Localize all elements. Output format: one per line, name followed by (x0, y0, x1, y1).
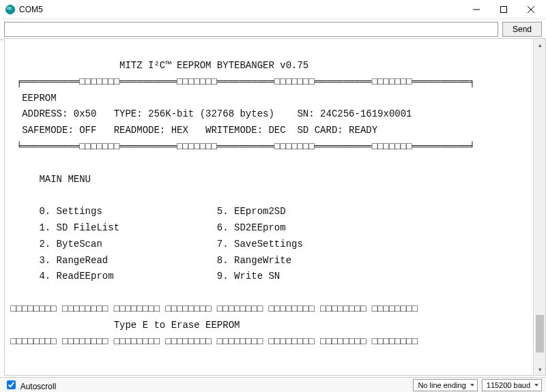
svg-rect-0 (501, 6, 507, 12)
arduino-icon (5, 5, 15, 14)
baud-value: 115200 baud (487, 381, 530, 389)
scrollbar[interactable]: ▴ ▾ (534, 38, 546, 376)
close-button[interactable] (517, 0, 545, 19)
titlebar: COM5 (0, 0, 546, 19)
autoscroll-label: Autoscroll (20, 382, 57, 391)
scroll-up-button[interactable]: ▴ (534, 39, 546, 50)
minimize-button[interactable] (463, 0, 490, 19)
baud-select[interactable]: 115200 baud (482, 379, 542, 391)
terminal-output: MITZ I²C™ EEPROM BYTEBANGER v0.75 ╒═════… (4, 38, 534, 376)
scroll-thumb[interactable] (536, 315, 544, 352)
line-ending-value: No line ending (418, 381, 465, 389)
autoscroll-checkbox[interactable] (7, 380, 16, 389)
line-ending-select[interactable]: No line ending (413, 379, 477, 391)
terminal-text: MITZ I²C™ EEPROM BYTEBANGER v0.75 ╒═════… (5, 39, 533, 350)
autoscroll-checkbox-label[interactable]: Autoscroll (4, 378, 56, 391)
input-bar: Send (0, 19, 546, 40)
scroll-down-button[interactable]: ▾ (534, 363, 546, 375)
status-bar: Autoscroll No line ending 115200 baud (0, 377, 546, 392)
window-title: COM5 (19, 5, 463, 14)
serial-input[interactable] (4, 22, 498, 37)
maximize-button[interactable] (490, 0, 517, 19)
send-button[interactable]: Send (502, 22, 542, 37)
